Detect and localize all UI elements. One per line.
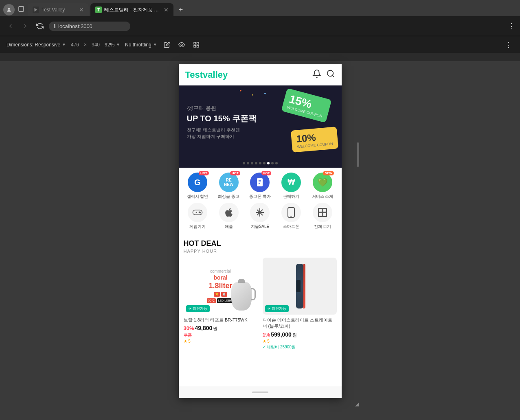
product-image-1: commercial boral 1.8liter 🤏 🍵 50℃ LED LI…: [184, 258, 258, 315]
cat-sell[interactable]: ₩ 판매하기: [278, 173, 304, 199]
svg-rect-26: [323, 208, 327, 212]
tab-favicon-2: T: [95, 7, 102, 13]
cat-badge-service: NEW: [323, 171, 334, 175]
hero-banner: 첫!구매 응원 UP TO 15% 쿠폰팩 첫구매! 테스트밸리 추천템 가장 …: [179, 85, 342, 159]
tab-label-2: 테스트밸리 - 전자제품 사는게 달라: [104, 7, 161, 13]
dot-3: [251, 162, 253, 164]
cat-icon-smartphone: [281, 203, 301, 222]
viewport-resize-handle[interactable]: ◢: [355, 401, 359, 407]
viewport-width: 476: [71, 42, 79, 48]
svg-marker-2: [35, 8, 37, 12]
devtools-more-button[interactable]: ⋮: [504, 40, 513, 50]
cat-service[interactable]: 💚 NEW 서비스 소개: [309, 173, 336, 199]
url-bar[interactable]: ℹ localhost:3000: [49, 22, 130, 31]
product-rating-count-1: 5: [188, 339, 191, 343]
cat-label-winter: 겨울SALE: [251, 224, 270, 230]
header-icons: [312, 69, 335, 80]
forward-button[interactable]: [20, 20, 31, 32]
cat-winter[interactable]: 겨울SALE: [247, 203, 273, 230]
tab-testvalley-kr[interactable]: T 테스트밸리 - 전자제품 사는게 달라 ✕: [90, 3, 173, 16]
cat-badge-renew: HOT: [230, 171, 240, 175]
hot-deal-section: HOT DEAL HAPPY HOUR commercial boral 1.8…: [179, 234, 342, 350]
svg-rect-4: [194, 42, 196, 44]
dimensions-selector[interactable]: Dimensions: Responsive ▼: [7, 42, 66, 48]
app-logo: Testvalley: [185, 70, 228, 80]
dot-1: [243, 162, 245, 164]
back-button[interactable]: [5, 20, 16, 32]
eye-icon[interactable]: [177, 40, 186, 50]
product-image-2: ✈ 리틴가능: [263, 258, 337, 315]
refresh-button[interactable]: [34, 20, 46, 32]
dot-7: [267, 162, 270, 164]
cat-all[interactable]: 전체 보기: [309, 203, 336, 230]
tab-label-1: Test Valley: [42, 7, 65, 13]
cat-used[interactable]: HOT 중고폰 특가: [247, 173, 273, 199]
scrollbar-thumb[interactable]: [357, 142, 359, 167]
hero-desc-line1: 첫구매! 테스트밸리 추천템: [187, 127, 257, 133]
cat-badge-galaxy: HOT: [199, 171, 209, 175]
svg-rect-1: [19, 7, 24, 11]
cat-label-renew: 최상급 중고: [218, 194, 239, 199]
cat-renew[interactable]: RENEW HOT 최상급 중고: [216, 173, 242, 199]
svg-point-8: [327, 70, 333, 77]
cat-smartphone[interactable]: 스마트폰: [278, 203, 304, 230]
scrollbar-vertical[interactable]: [355, 61, 360, 412]
svg-rect-7: [194, 45, 196, 47]
throttle-label: No throttling: [125, 42, 151, 48]
app-header: Testvalley: [179, 64, 342, 85]
svg-rect-28: [323, 213, 327, 217]
coupon-10: 10% WELCOME COUPON: [291, 127, 338, 153]
cat-icon-gaming: [188, 203, 207, 222]
zoom-selector[interactable]: 92% ▼: [105, 42, 120, 48]
product-membership-2: ✓ 채림비 25900원: [263, 344, 337, 350]
svg-point-3: [181, 44, 182, 46]
viewport-wrapper: Testvalley 첫!구매 응원 UP TO 15% 쿠폰팩 첫구매! 테스…: [0, 61, 520, 412]
browser-menu-button[interactable]: ⋮: [508, 22, 515, 31]
product-rating-2: ★ 5: [263, 339, 337, 343]
svg-rect-5: [197, 42, 199, 44]
home-indicator: [252, 392, 268, 393]
product-badge-1: ✈ 리틴가능: [186, 305, 210, 312]
category-row-1: G HOT 갤럭시 할인 RENEW HOT 최상급 중고: [182, 173, 338, 199]
dot-6: [263, 162, 265, 164]
new-tab-button[interactable]: +: [175, 4, 186, 15]
tab-close-1[interactable]: ✕: [79, 7, 84, 13]
cat-badge-used: HOT: [261, 171, 272, 175]
screenshot-icon[interactable]: [191, 40, 201, 50]
cat-galaxy[interactable]: G HOT 갤럭시 할인: [184, 173, 211, 199]
new-tab-icon: +: [179, 6, 183, 14]
happy-hour-label: HAPPY HOUR: [184, 249, 337, 254]
dot-8: [271, 162, 274, 164]
tab-close-2[interactable]: ✕: [164, 7, 169, 13]
viewport-height: 940: [92, 42, 100, 48]
cat-label-galaxy: 갤럭시 할인: [187, 194, 208, 199]
tab-test-valley[interactable]: Test Valley ✕: [28, 3, 89, 16]
cat-label-apple: 애플: [225, 224, 233, 230]
edit-icon[interactable]: [162, 40, 172, 50]
window-icon[interactable]: [18, 6, 24, 14]
cat-apple[interactable]: 애플: [216, 203, 242, 230]
product-badge-label-2: 리틴가능: [272, 306, 286, 311]
cat-icon-galaxy: G HOT: [188, 173, 207, 192]
hot-deal-title: HOT DEAL: [184, 239, 337, 248]
bell-icon[interactable]: [312, 69, 321, 80]
product-card-1[interactable]: commercial boral 1.8liter 🤏 🍵 50℃ LED LI…: [184, 258, 258, 350]
product-badge-label-1: 리틴가능: [193, 306, 207, 311]
throttle-selector[interactable]: No throttling ▼: [125, 42, 157, 48]
cat-gaming[interactable]: 게임기기: [184, 203, 211, 230]
product-coupon-1: 쿠폰: [184, 332, 258, 338]
profile-icon[interactable]: [3, 4, 15, 15]
search-icon[interactable]: [326, 69, 335, 80]
product-card-2[interactable]: ✈ 리틴가능 다이슨 에어스트레이트 스트레이트너 (블루/코퍼) 1% 599…: [263, 258, 337, 350]
product-name-1: 보랄 1.8리터 티포트 BR-T75WK: [184, 317, 258, 323]
hero-main-text: UP TO 15% 쿠폰팩: [187, 114, 257, 123]
cat-label-sell: 판매하기: [283, 194, 299, 199]
cat-label-service: 서비스 소개: [312, 194, 334, 199]
svg-rect-10: [257, 178, 263, 186]
browser-window: Test Valley ✕ T 테스트밸리 - 전자제품 사는게 달라 ✕ +: [0, 0, 520, 412]
product-price-1: 30% 49,800 원: [184, 325, 258, 332]
svg-rect-6: [197, 45, 199, 47]
zoom-arrow: ▼: [116, 42, 120, 47]
viewport-x-sep: ×: [84, 42, 87, 48]
cat-icon-sell: ₩: [281, 173, 301, 192]
